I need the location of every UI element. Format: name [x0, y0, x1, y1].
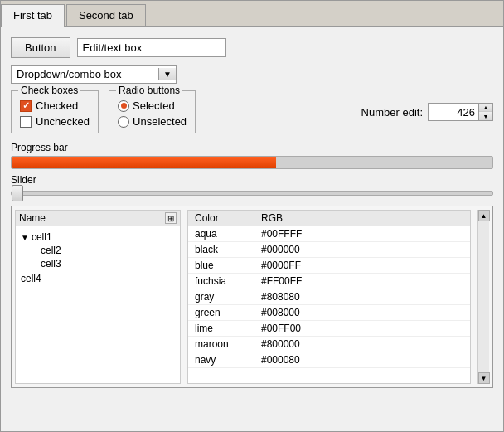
color-name-cell: gray [188, 289, 254, 304]
color-rgb-cell: #00FF00 [254, 321, 470, 336]
main-button[interactable]: Button [11, 37, 70, 58]
tables-container: Name ⊞ ▼ cell1 cell2 cell3 cell4 [11, 206, 493, 388]
table-row[interactable]: aqua #00FFFF [188, 226, 470, 242]
color-rgb-cell: #800000 [254, 337, 470, 352]
table-row[interactable]: navy #000080 [188, 352, 470, 368]
slider-track[interactable] [11, 191, 493, 196]
radio-group: Radio buttons Selected Unselected [109, 90, 196, 133]
scroll-down-arrow[interactable]: ▼ [478, 372, 490, 384]
table-row[interactable]: black #000000 [188, 242, 470, 258]
slider-section: Slider [11, 174, 493, 196]
number-edit-box: ▲ ▼ [428, 103, 493, 121]
progress-track [11, 156, 493, 169]
color-name-cell: black [188, 242, 254, 257]
tree-cell4-label: cell4 [21, 273, 41, 284]
checkbox-unchecked-row: Unchecked [20, 115, 90, 128]
scroll-track [478, 221, 489, 372]
scroll-up-arrow[interactable]: ▲ [478, 210, 490, 221]
radio-unselected-row: Unselected [118, 115, 187, 128]
tree-table: Name ⊞ ▼ cell1 cell2 cell3 cell4 [15, 210, 181, 384]
number-edit-group: Number edit: ▲ ▼ [361, 103, 493, 121]
radio-unselected-label: Unselected [133, 115, 187, 128]
tree-node-cell1[interactable]: ▼ cell1 [21, 231, 175, 243]
checkboxes-group: Check boxes ✓ Checked Unchecked [11, 90, 99, 133]
radio-selected[interactable] [118, 100, 129, 112]
table-row[interactable]: fuchsia #FF00FF [188, 274, 470, 289]
color-name-cell: navy [188, 352, 254, 367]
tree-node-cell4[interactable]: cell4 [21, 273, 175, 284]
radio-label: Radio buttons [116, 85, 182, 96]
table-row[interactable]: maroon #800000 [188, 337, 470, 352]
checkmark-icon: ✓ [22, 100, 30, 111]
tab-bar: First tab Second tab [1, 1, 503, 27]
row-button-text: Button [11, 37, 493, 58]
color-name-cell: maroon [188, 337, 254, 352]
color-name-cell: aqua [188, 226, 254, 241]
tree-body: ▼ cell1 cell2 cell3 cell4 [16, 226, 180, 383]
color-table-header: Color RGB [188, 211, 470, 226]
tree-header: Name ⊞ [16, 211, 180, 226]
rgb-col-header: RGB [254, 211, 470, 226]
number-edit-label: Number edit: [361, 106, 423, 119]
color-name-cell: green [188, 305, 254, 320]
radio-selected-row: Selected [118, 100, 187, 112]
first-tab-content: Button Dropdown/combo box ▼ Check boxes … [1, 27, 503, 398]
progress-fill [12, 157, 276, 168]
radio-unselected[interactable] [118, 116, 129, 128]
color-rgb-cell: #808080 [254, 289, 470, 304]
radio-selected-label: Selected [133, 100, 175, 112]
color-rgb-cell: #000000 [254, 242, 470, 257]
progress-label: Progress bar [11, 142, 493, 153]
spin-down-button[interactable]: ▼ [479, 112, 492, 120]
color-rgb-cell: #0000FF [254, 258, 470, 273]
color-rgb-cell: #FF00FF [254, 274, 470, 289]
table-row[interactable]: green #008000 [188, 305, 470, 321]
edit-textbox[interactable] [77, 38, 226, 57]
tree-expand-icon[interactable]: ⊞ [165, 212, 177, 224]
table-row[interactable]: lime #00FF00 [188, 321, 470, 337]
slider-thumb[interactable] [12, 185, 23, 201]
progress-section: Progress bar [11, 142, 493, 169]
tree-child-cell2[interactable]: cell2 [41, 245, 175, 256]
checkbox-checked[interactable]: ✓ [20, 100, 32, 112]
combo-arrow-icon[interactable]: ▼ [158, 68, 176, 80]
color-rgb-cell: #008000 [254, 305, 470, 320]
tree-header-label: Name [19, 212, 46, 224]
color-table-body[interactable]: aqua #00FFFF black #000000 blue #0000FF … [188, 226, 470, 383]
checkbox-unchecked[interactable] [20, 116, 32, 128]
color-table: Color RGB aqua #00FFFF black #000000 blu… [187, 210, 471, 384]
color-name-cell: lime [188, 321, 254, 336]
color-name-cell: fuchsia [188, 274, 254, 289]
spin-up-button[interactable]: ▲ [479, 104, 492, 112]
row-controls: Check boxes ✓ Checked Unchecked Radio bu… [11, 90, 493, 133]
row-combo: Dropdown/combo box ▼ [11, 65, 493, 84]
checkbox-unchecked-label: Unchecked [36, 115, 90, 128]
table-row[interactable]: gray #808080 [188, 289, 470, 305]
color-col-header: Color [188, 211, 254, 226]
checkbox-checked-label: Checked [36, 100, 78, 112]
tree-child-cell3[interactable]: cell3 [41, 258, 175, 269]
slider-label: Slider [11, 174, 493, 186]
scrollbar[interactable]: ▲ ▼ [477, 210, 489, 384]
spinner-buttons: ▲ ▼ [478, 104, 492, 120]
table-row[interactable]: blue #0000FF [188, 258, 470, 274]
tree-toggle-icon[interactable]: ▼ [21, 233, 29, 242]
combo-text: Dropdown/combo box [12, 66, 158, 83]
combo-box[interactable]: Dropdown/combo box ▼ [11, 65, 177, 84]
color-name-cell: blue [188, 258, 254, 273]
checkboxes-label: Check boxes [18, 85, 80, 96]
tree-cell1-label: cell1 [32, 231, 52, 243]
radio-dot-icon [121, 103, 127, 109]
color-rgb-cell: #00FFFF [254, 226, 470, 241]
number-input[interactable] [429, 104, 478, 120]
color-rgb-cell: #000080 [254, 352, 470, 367]
checkbox-checked-row: ✓ Checked [20, 100, 90, 112]
tab-second[interactable]: Second tab [66, 4, 146, 26]
tab-first[interactable]: First tab [1, 4, 65, 27]
main-window: First tab Second tab Button Dropdown/com… [0, 0, 504, 432]
